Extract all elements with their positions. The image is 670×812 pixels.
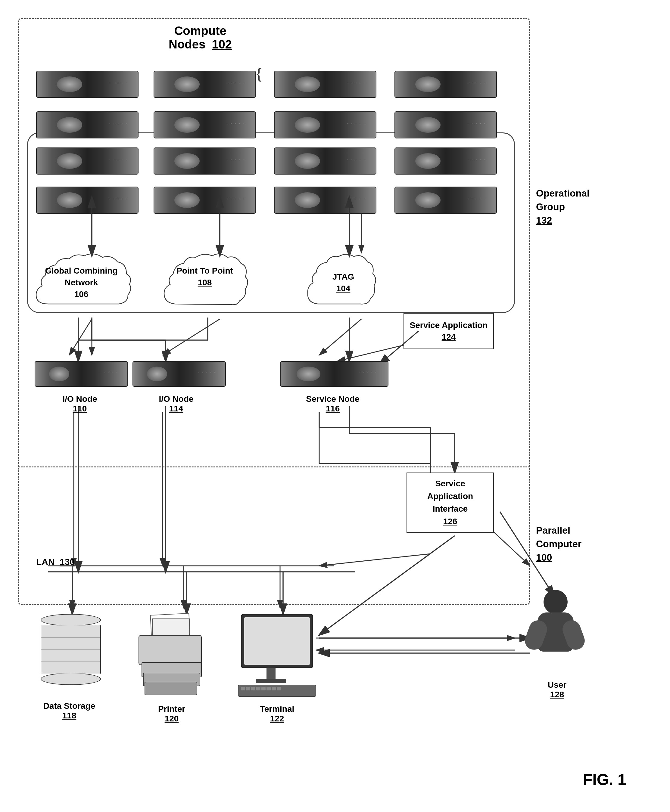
terminal [235,614,319,698]
point-to-point-label: Point To Point 108 [162,265,247,288]
server-rack-r1c2: · · · · · [154,71,256,98]
server-rack-r3c3: · · · · · [274,147,376,175]
figure-label: FIG. 1 [583,770,626,788]
server-rack-r3c2: · · · · · [154,147,256,175]
server-rack-r1c4: · · · · · [394,71,497,98]
operational-group-label: OperationalGroup 132 [536,187,590,227]
server-rack-r3c4: · · · · · [394,147,497,175]
server-rack-r2c2: · · · · · [154,111,256,138]
server-rack-r2c4: · · · · · [394,111,497,138]
data-storage-label: Data Storage 118 [33,701,105,721]
dashed-separator [18,466,530,468]
io-node-114-label: I/O Node 114 [134,394,218,414]
parallel-computer-label: ParallelComputer 100 [536,524,582,564]
service-node-rack: · · · · · [280,361,388,387]
io-node-114-rack: · · · · · [132,361,226,387]
server-rack-r2c3: · · · · · [274,111,376,138]
user-label: User 128 [530,680,584,699]
server-rack-r4c3: · · · · · [274,187,376,214]
server-rack-r1c1: · · · · · [36,71,139,98]
service-node-label: Service Node 116 [282,394,384,414]
service-application-interface-box: ServiceApplicationInterface 126 [406,473,494,533]
jtag-label: JTAG 104 [307,271,379,294]
compute-nodes-label: ComputeNodes 102 [169,24,232,51]
printer-label: Printer 120 [135,704,208,724]
server-rack-r4c1: · · · · · [36,187,139,214]
server-rack-r3c1: · · · · · [36,147,139,175]
server-rack-r4c4: · · · · · [394,187,497,214]
server-rack-r4c2: · · · · · [154,187,256,214]
printer [135,614,208,698]
data-storage [36,614,105,692]
global-combining-network-label: Global CombiningNetwork 106 [35,265,128,300]
service-application-box: Service Application 124 [404,313,494,349]
user-figure [524,590,584,674]
lan-label: LAN 130 [36,557,74,567]
server-rack-r1c3: · · · · · [274,71,376,98]
io-node-110-label: I/O Node 110 [38,394,122,414]
io-node-110-rack: · · · · · [35,361,128,387]
server-rack-r2c1: · · · · · [36,111,139,138]
terminal-label: Terminal 122 [235,704,319,724]
